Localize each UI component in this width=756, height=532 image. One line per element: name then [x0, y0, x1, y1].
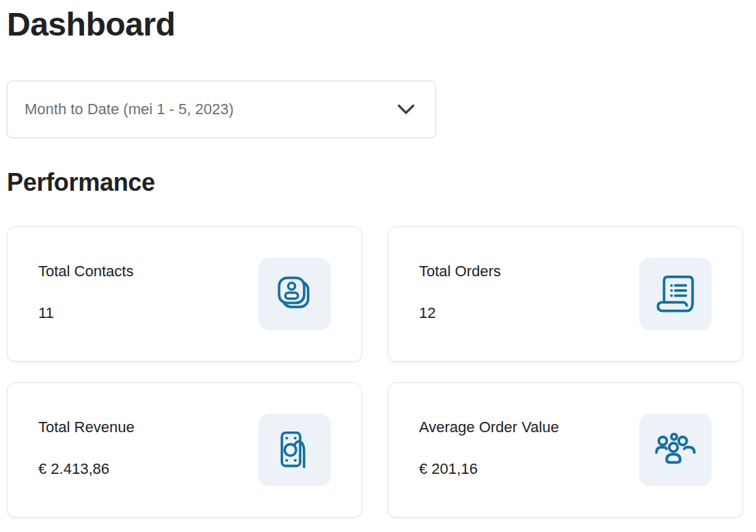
metric-label: Average Order Value — [419, 419, 559, 436]
metric-card-total-contacts: Total Contacts 11 — [7, 226, 362, 362]
metric-value: € 2.413,86 — [38, 461, 135, 477]
customers-group-icon — [639, 414, 712, 486]
metric-label: Total Orders — [419, 263, 501, 280]
metric-value: € 201,16 — [419, 461, 559, 477]
metric-card-total-orders: Total Orders 12 — [388, 226, 743, 362]
dashboard-page: Dashboard Month to Date (mei 1 - 5, 2023… — [0, 0, 756, 532]
date-range-value: Month to Date (mei 1 - 5, 2023) — [25, 101, 234, 118]
page-title: Dashboard — [7, 5, 175, 43]
metric-label: Total Revenue — [38, 419, 135, 436]
metric-text: Total Orders 12 — [419, 258, 501, 321]
metric-text: Average Order Value € 201,16 — [419, 414, 559, 477]
performance-cards: Total Contacts 11 Total Orders 12 — [7, 226, 743, 518]
metric-card-total-revenue: Total Revenue € 2.413,86 — [7, 382, 362, 518]
contacts-icon — [258, 258, 331, 330]
metric-text: Total Contacts 11 — [38, 258, 133, 321]
metric-card-average-order-value: Average Order Value € 201,16 — [388, 382, 743, 518]
orders-receipt-icon — [639, 258, 712, 330]
metric-value: 11 — [38, 305, 133, 321]
metric-value: 12 — [419, 305, 501, 321]
cash-in-hand-icon — [258, 414, 331, 486]
chevron-down-icon — [397, 104, 415, 116]
performance-heading: Performance — [7, 168, 155, 197]
metric-text: Total Revenue € 2.413,86 — [38, 414, 135, 477]
metric-label: Total Contacts — [38, 263, 133, 280]
date-range-select[interactable]: Month to Date (mei 1 - 5, 2023) — [7, 81, 436, 138]
